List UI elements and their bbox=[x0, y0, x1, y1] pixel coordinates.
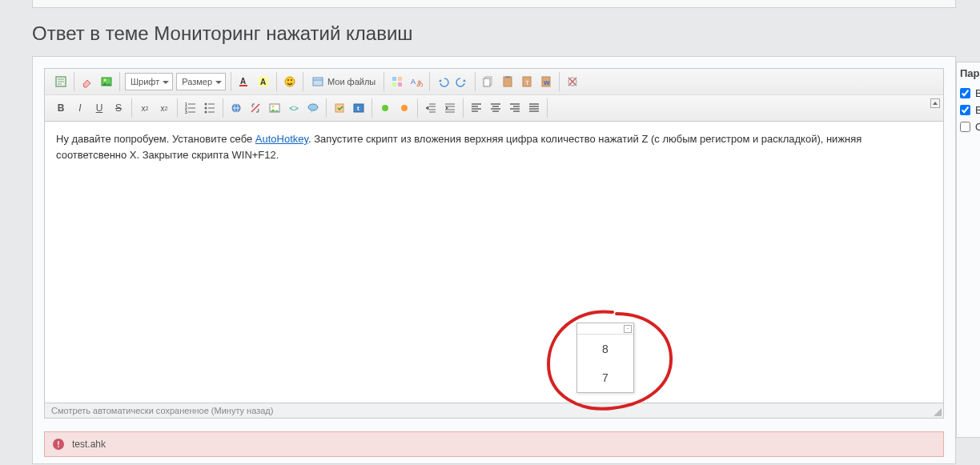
attachment-bar: ! test.ahk bbox=[44, 431, 944, 457]
editor-status-bar: Смотреть автоматически сохраненное (Мину… bbox=[44, 403, 944, 419]
svg-rect-11 bbox=[392, 77, 396, 81]
font-family-select[interactable]: Шрифт bbox=[125, 73, 173, 90]
redo-button[interactable] bbox=[453, 73, 471, 90]
side-panel-title: Пара bbox=[960, 67, 977, 79]
svg-text:3: 3 bbox=[185, 110, 187, 114]
autosave-link[interactable]: Смотреть автоматически сохраненное (Мину… bbox=[51, 406, 273, 415]
svg-text:A: A bbox=[260, 78, 266, 86]
unlink-button[interactable] bbox=[247, 99, 264, 117]
editor-toolbar-row1: Шрифт Размер A A Мои файлы bbox=[44, 68, 944, 94]
svg-point-34 bbox=[272, 106, 275, 108]
paste-button[interactable] bbox=[499, 73, 516, 90]
svg-point-30 bbox=[205, 107, 207, 110]
subscript-button[interactable]: x2 bbox=[136, 99, 154, 117]
bold-button[interactable]: B bbox=[52, 99, 70, 117]
circle-green-icon[interactable] bbox=[376, 99, 394, 117]
svg-rect-10 bbox=[313, 78, 323, 86]
svg-rect-12 bbox=[398, 77, 402, 81]
svg-point-8 bbox=[287, 79, 289, 81]
editor-text: Ну давайте попробуем. Установите себе bbox=[56, 133, 255, 145]
svg-rect-20 bbox=[505, 76, 510, 78]
options-side-panel: Пара В В С bbox=[956, 62, 980, 438]
autohotkey-link[interactable]: AutoHotkey bbox=[255, 133, 308, 145]
link-button[interactable] bbox=[227, 99, 245, 117]
counter-popup-window[interactable]: · 8 7 bbox=[576, 323, 634, 393]
translate-button[interactable]: Aあ bbox=[408, 73, 425, 90]
align-center-button[interactable] bbox=[487, 99, 504, 117]
svg-text:あ: あ bbox=[416, 79, 423, 87]
align-justify-button[interactable] bbox=[525, 99, 543, 117]
attach-button[interactable] bbox=[331, 99, 348, 117]
svg-text:A: A bbox=[411, 78, 416, 86]
paste-word-button[interactable]: W bbox=[537, 73, 555, 90]
editor-content[interactable]: Ну давайте попробуем. Установите себе Au… bbox=[44, 122, 944, 403]
code-button[interactable]: <> bbox=[285, 99, 303, 117]
insert-image-button[interactable] bbox=[266, 99, 283, 117]
svg-rect-18 bbox=[484, 78, 490, 86]
attachment-filename[interactable]: test.ahk bbox=[72, 439, 106, 450]
svg-point-29 bbox=[205, 103, 207, 106]
popup-titlebar[interactable]: · bbox=[577, 323, 633, 335]
italic-button[interactable]: I bbox=[71, 99, 89, 117]
counter-value-z: 8 bbox=[577, 335, 633, 363]
svg-point-7 bbox=[285, 77, 295, 86]
side-checkbox-1[interactable] bbox=[960, 88, 970, 98]
undo-button[interactable] bbox=[434, 73, 452, 90]
svg-point-40 bbox=[401, 105, 408, 111]
svg-point-2 bbox=[104, 79, 106, 82]
align-right-button[interactable] bbox=[506, 99, 524, 117]
collapse-toolbar-button[interactable] bbox=[930, 98, 940, 108]
popup-close-icon[interactable]: · bbox=[624, 325, 632, 333]
svg-rect-4 bbox=[239, 85, 247, 86]
svg-rect-36 bbox=[335, 104, 343, 112]
numbered-list-button[interactable]: 123 bbox=[182, 99, 199, 117]
attachment-error-icon: ! bbox=[53, 439, 64, 450]
emoji-button[interactable] bbox=[281, 73, 299, 90]
indent-button[interactable] bbox=[441, 99, 459, 117]
page-title: Ответ в теме Мониторинг нажатий клавиш bbox=[32, 22, 980, 45]
svg-rect-14 bbox=[398, 82, 402, 86]
svg-point-31 bbox=[205, 111, 207, 114]
svg-point-9 bbox=[291, 79, 292, 81]
editor-panel: Шрифт Размер A A Мои файлы bbox=[32, 56, 956, 464]
counter-value-x: 7 bbox=[577, 363, 633, 392]
paste-text-button[interactable]: T bbox=[518, 73, 536, 90]
svg-text:W: W bbox=[544, 79, 550, 86]
strike-button[interactable]: S bbox=[110, 99, 127, 117]
svg-point-39 bbox=[382, 105, 388, 111]
outdent-button[interactable] bbox=[422, 99, 440, 117]
svg-text:T: T bbox=[525, 79, 529, 86]
source-button[interactable] bbox=[52, 73, 70, 90]
side-checkbox-2[interactable] bbox=[960, 105, 970, 115]
svg-text:t: t bbox=[357, 105, 359, 112]
svg-text:A: A bbox=[240, 77, 246, 86]
align-left-button[interactable] bbox=[468, 99, 485, 117]
side-checkbox-3[interactable] bbox=[960, 122, 970, 132]
circle-orange-icon[interactable] bbox=[396, 99, 413, 117]
previous-panel-strip bbox=[32, 0, 956, 8]
special-char-button[interactable] bbox=[388, 73, 406, 90]
resize-grip[interactable] bbox=[932, 407, 942, 416]
eraser-button[interactable] bbox=[78, 73, 96, 90]
bg-color-button[interactable]: A bbox=[255, 73, 272, 90]
bullet-list-button[interactable] bbox=[201, 99, 219, 117]
remove-format-button[interactable] bbox=[564, 73, 581, 90]
image-button[interactable] bbox=[98, 73, 115, 90]
svg-rect-13 bbox=[392, 82, 396, 86]
text-color-button[interactable]: A bbox=[235, 73, 253, 90]
editor-toolbar-row2: B I U S x2 x2 123 <> bbox=[44, 94, 944, 122]
svg-point-35 bbox=[308, 104, 318, 110]
my-files-button[interactable]: Мои файлы bbox=[307, 73, 380, 90]
quote-button[interactable] bbox=[304, 99, 322, 117]
font-size-select[interactable]: Размер bbox=[176, 73, 226, 90]
underline-button[interactable]: U bbox=[90, 99, 108, 117]
media-button[interactable]: t bbox=[350, 99, 368, 117]
copy-button[interactable] bbox=[480, 73, 497, 90]
superscript-button[interactable]: x2 bbox=[155, 99, 173, 117]
